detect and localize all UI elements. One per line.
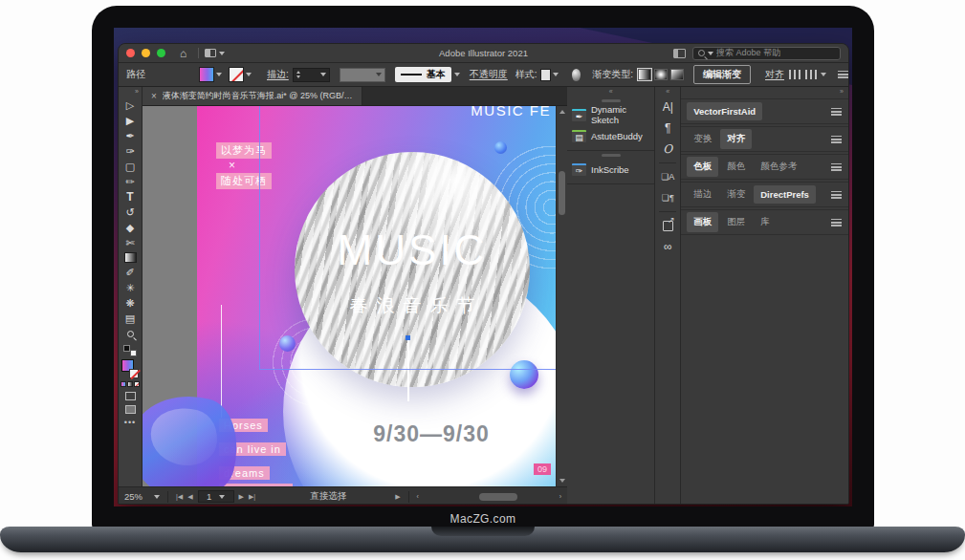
radial-gradient-button[interactable] bbox=[654, 69, 668, 80]
minimize-window-button[interactable] bbox=[142, 49, 150, 57]
tab-swatches[interactable]: 色板 bbox=[687, 157, 718, 177]
align-objects-icon[interactable] bbox=[789, 70, 801, 79]
pen-tool[interactable]: ✒ bbox=[125, 128, 134, 143]
tab-transform[interactable]: 变换 bbox=[687, 129, 718, 149]
tab-align[interactable]: 对齐 bbox=[720, 129, 752, 149]
direct-selection-tool[interactable]: ▶ bbox=[126, 113, 134, 128]
freeform-gradient-button[interactable] bbox=[670, 69, 684, 80]
collapse-panel-icon[interactable]: « bbox=[567, 87, 654, 97]
rectangle-tool[interactable]: ▢ bbox=[125, 159, 135, 174]
stepper-icon[interactable] bbox=[296, 71, 300, 78]
scrollbar-thumb[interactable] bbox=[559, 171, 565, 215]
next-artboard-icon[interactable]: ▶ bbox=[239, 493, 244, 501]
tab-vectorfirstaid[interactable]: VectorFirstAid bbox=[687, 102, 762, 120]
tab-gradient[interactable]: 渐变 bbox=[720, 184, 752, 205]
scroll-down-icon[interactable] bbox=[559, 479, 565, 483]
zoom-level[interactable]: 25% bbox=[124, 491, 149, 502]
drag-handle[interactable] bbox=[602, 99, 621, 102]
recolor-artwork-icon[interactable] bbox=[572, 69, 581, 81]
scroll-left-icon[interactable]: ‹ bbox=[417, 493, 419, 500]
horizontal-scrollbar[interactable] bbox=[426, 492, 553, 502]
type-tool[interactable]: T bbox=[126, 189, 133, 205]
panel-menu-icon[interactable] bbox=[831, 136, 842, 143]
collapse-panel-icon[interactable]: » bbox=[119, 87, 142, 97]
maximize-window-button[interactable] bbox=[157, 49, 165, 57]
tab-color-guide[interactable]: 颜色参考 bbox=[754, 157, 803, 177]
linear-gradient-button[interactable] bbox=[638, 69, 651, 80]
tab-layers[interactable]: 图层 bbox=[720, 212, 752, 232]
distribute-objects-icon[interactable] bbox=[805, 70, 817, 79]
curvature-tool[interactable]: ✑ bbox=[125, 143, 134, 159]
character-styles-panel-icon[interactable]: ❏A bbox=[655, 166, 680, 187]
panel-menu-icon[interactable] bbox=[831, 163, 842, 171]
chevron-down-icon[interactable] bbox=[320, 73, 326, 76]
first-artboard-icon[interactable]: |◀ bbox=[176, 493, 183, 501]
style-swatch[interactable] bbox=[540, 69, 551, 81]
paintbrush-tool[interactable]: ✏ bbox=[125, 174, 134, 189]
paragraph-styles-panel-icon[interactable]: ❏¶ bbox=[655, 187, 680, 208]
document-tab[interactable]: × 液体渐变简约时尚音乐节海报.ai* @ 25% (RGB/预览) bbox=[143, 87, 362, 105]
shaper-tool[interactable]: ◆ bbox=[126, 220, 134, 235]
search-input[interactable]: 搜索 Adobe 帮助 bbox=[692, 47, 841, 60]
panel-tab-astutebuddy[interactable]: ▤ AstuteBuddy bbox=[567, 125, 654, 146]
close-window-button[interactable] bbox=[126, 49, 135, 57]
fill-stroke-indicator[interactable] bbox=[121, 359, 139, 378]
arrange-documents-icon[interactable] bbox=[673, 49, 686, 58]
scroll-right-icon[interactable]: › bbox=[559, 493, 561, 500]
scrollbar-thumb[interactable] bbox=[479, 493, 517, 501]
chevron-down-icon[interactable] bbox=[454, 73, 460, 76]
export-panel-icon[interactable]: ↗ bbox=[655, 215, 680, 236]
tab-libraries[interactable]: 库 bbox=[754, 212, 777, 232]
stroke-weight-field[interactable] bbox=[293, 68, 331, 82]
panel-tab-dynamic-sketch[interactable]: ✒ Dynamic Sketch bbox=[567, 104, 654, 125]
tab-stroke[interactable]: 描边 bbox=[687, 184, 718, 205]
artboard-number-field[interactable]: 1 bbox=[198, 490, 234, 503]
chevron-down-icon[interactable] bbox=[216, 73, 222, 76]
panel-menu-icon[interactable] bbox=[831, 191, 842, 199]
chevron-down-icon[interactable] bbox=[553, 73, 559, 76]
panel-tab-inkscribe[interactable]: ✑ InkScribe bbox=[567, 159, 654, 180]
tab-color[interactable]: 颜色 bbox=[720, 157, 752, 177]
screen-mode-button[interactable] bbox=[125, 405, 136, 414]
stroke-swatch[interactable] bbox=[129, 369, 139, 378]
width-profile-dropdown[interactable]: 基本 bbox=[395, 67, 451, 82]
zoom-tool[interactable] bbox=[127, 326, 134, 341]
selection-tool[interactable]: ▷ bbox=[126, 97, 134, 113]
panel-menu-icon[interactable] bbox=[831, 219, 842, 226]
collapse-panel-icon[interactable]: « bbox=[655, 87, 680, 97]
tab-artboards[interactable]: 画板 bbox=[687, 212, 718, 232]
selected-anchor-point[interactable] bbox=[406, 335, 410, 340]
workspace-layout-icon[interactable] bbox=[205, 49, 216, 57]
default-fill-stroke-icon[interactable] bbox=[123, 345, 137, 356]
close-tab-icon[interactable]: × bbox=[151, 91, 157, 101]
brush-definition-dropdown[interactable] bbox=[340, 68, 384, 82]
character-panel-icon[interactable]: A| bbox=[655, 97, 680, 118]
stroke-color-swatch[interactable] bbox=[229, 67, 244, 82]
links-panel-icon[interactable]: ∞ bbox=[655, 236, 680, 257]
tab-directprefs[interactable]: DirectPrefs bbox=[754, 185, 816, 204]
drag-handle[interactable] bbox=[602, 154, 621, 157]
draw-mode-button[interactable] bbox=[125, 392, 136, 400]
chevron-down-icon[interactable] bbox=[219, 52, 225, 55]
chevron-down-icon[interactable] bbox=[154, 495, 160, 499]
gradient-tool[interactable] bbox=[124, 252, 137, 263]
edit-toolbar-icon[interactable]: ••• bbox=[124, 418, 136, 427]
opentype-panel-icon[interactable]: O bbox=[655, 139, 680, 160]
scissors-tool[interactable]: ✄ bbox=[125, 235, 134, 250]
poster-artboard[interactable]: MUSIC FE 以梦为马 × 随处可栖 MUSIC 春浪音乐节 bbox=[197, 106, 556, 486]
edit-gradient-button[interactable]: 编辑渐变 bbox=[693, 65, 751, 84]
panel-menu-icon[interactable] bbox=[831, 108, 842, 116]
chevron-down-icon[interactable] bbox=[246, 73, 252, 76]
scroll-up-icon[interactable] bbox=[559, 110, 565, 114]
artboard-tool[interactable]: ▤ bbox=[125, 311, 135, 326]
opacity-label[interactable]: 不透明度 bbox=[470, 68, 508, 81]
vertical-scrollbar[interactable] bbox=[556, 106, 567, 486]
chevron-down-icon[interactable] bbox=[219, 495, 225, 499]
eyedropper-tool[interactable]: ✐ bbox=[125, 265, 134, 280]
color-mode-buttons[interactable] bbox=[121, 381, 140, 387]
last-artboard-icon[interactable]: ▶| bbox=[249, 493, 255, 501]
align-label[interactable]: 对齐 bbox=[765, 68, 784, 81]
paragraph-panel-icon[interactable]: ¶ bbox=[655, 118, 680, 139]
previous-artboard-icon[interactable]: ◀ bbox=[187, 493, 192, 501]
rotate-tool[interactable]: ↺ bbox=[125, 205, 134, 220]
